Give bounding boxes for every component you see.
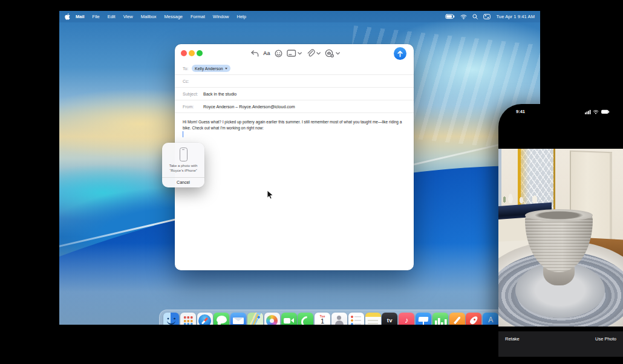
insert-photo-button[interactable]: [325, 49, 340, 58]
cc-field[interactable]: Cc:: [175, 75, 414, 88]
dock-item-facetime[interactable]: [281, 313, 297, 325]
reminders-icon: [348, 313, 364, 325]
dock-item-reminders[interactable]: [348, 313, 364, 325]
dock-item-music[interactable]: ♪: [399, 313, 414, 325]
zoom-button[interactable]: [197, 50, 203, 56]
finder-icon: [163, 313, 179, 325]
continuity-camera-popup: Take a photo with “Royce’s iPhone” Cance…: [162, 143, 204, 187]
photo-pottery-pieces: [502, 192, 548, 203]
subject-label: Subject:: [183, 92, 199, 96]
dock-item-contacts[interactable]: [331, 313, 347, 325]
dock-item-launchpad[interactable]: [180, 313, 196, 325]
emoji-icon[interactable]: [275, 50, 282, 57]
cancel-button[interactable]: Cancel: [162, 178, 204, 187]
menu-item-help[interactable]: Help: [236, 14, 246, 19]
from-field[interactable]: From: Royce Anderson – Royce.Anderson@ic…: [175, 100, 414, 113]
contacts-icon: [331, 313, 347, 325]
dock-item-rocket[interactable]: [466, 313, 481, 325]
message-body[interactable]: Hi Mom! Guess what? I picked up pottery …: [175, 114, 414, 137]
dock-item-finder[interactable]: [163, 313, 179, 325]
window-controls: [181, 50, 203, 56]
menu-item-edit[interactable]: Edit: [108, 14, 116, 19]
battery-icon[interactable]: [445, 14, 455, 19]
wifi-icon[interactable]: [460, 14, 467, 19]
menu-item-mailbox[interactable]: Mailbox: [141, 14, 157, 19]
dock-item-photos[interactable]: [264, 313, 280, 325]
iphone-status-icons: [585, 109, 610, 114]
chevron-down-icon: [336, 52, 340, 55]
calendar-text-1: 1: [321, 318, 324, 325]
photo-pot-rim: [525, 209, 593, 221]
appstore-icon: A: [483, 313, 498, 325]
dock-item-appstore[interactable]: A: [483, 313, 498, 325]
compose-titlebar: Aa: [175, 44, 414, 62]
compose-header-fields: To: Kelly Anderson Cc: Subject: Back in …: [175, 62, 414, 113]
send-arrow-icon: [397, 50, 403, 57]
maps-icon: [247, 313, 263, 325]
dock-item-notes[interactable]: [365, 313, 381, 325]
to-label: To:: [183, 67, 191, 71]
phone-icon: [298, 313, 313, 325]
popup-message-line2: “Royce’s iPhone”: [169, 169, 197, 172]
from-value: Royce Anderson – Royce.Anderson@icloud.c…: [203, 105, 295, 109]
launchpad-icon: [180, 313, 196, 325]
camera-preview: [498, 149, 623, 327]
mail-icon: [230, 313, 246, 325]
dock-item-phone[interactable]: [298, 313, 313, 325]
to-field[interactable]: To: Kelly Anderson: [175, 62, 414, 75]
dock-item-mail[interactable]: [230, 313, 246, 325]
subject-field[interactable]: Subject: Back in the studio: [175, 88, 414, 100]
numbers-icon: [432, 313, 448, 325]
music-icon: ♪: [399, 313, 414, 325]
safari-icon: [197, 313, 213, 325]
dock-item-calendar[interactable]: Tue1: [315, 313, 330, 325]
screen: Mail FileEditViewMailboxMessageFormatWin…: [0, 0, 623, 364]
popup-message-line1: Take a photo with: [169, 164, 198, 167]
menu-item-view[interactable]: View: [123, 14, 133, 19]
apple-menu-icon[interactable]: [65, 13, 70, 20]
control-center-icon[interactable]: [483, 14, 491, 19]
music-glyph: ♪: [399, 313, 414, 325]
chevron-down-icon: [316, 52, 321, 55]
messages-icon: [214, 313, 229, 325]
header-fields-icon: [287, 50, 296, 57]
tv-glyph: tv: [382, 313, 397, 325]
dock-item-numbers[interactable]: [432, 313, 448, 325]
menu-item-window[interactable]: Window: [213, 14, 229, 19]
from-label: From:: [183, 105, 199, 109]
notes-icon: [365, 313, 381, 325]
menu-item-format[interactable]: Format: [191, 14, 205, 19]
attachment-button[interactable]: [306, 49, 321, 57]
header-fields-button[interactable]: [287, 50, 302, 57]
message-body-text: Hi Mom! Guess what? I picked up pottery …: [183, 120, 402, 130]
iphone-icon: [180, 148, 188, 161]
use-photo-button[interactable]: Use Photo: [595, 336, 616, 357]
iphone-clock: 9:41: [516, 109, 525, 114]
mail-compose-window: Aa: [175, 44, 414, 270]
retake-button[interactable]: Retake: [505, 336, 520, 357]
menu-item-file[interactable]: File: [93, 14, 100, 19]
dock-item-pages[interactable]: [449, 313, 465, 325]
undo-icon[interactable]: [250, 50, 259, 57]
tv-icon: tv: [382, 313, 397, 325]
chevron-down-icon: [298, 52, 302, 55]
dock-item-messages[interactable]: [214, 313, 229, 325]
close-button[interactable]: [181, 50, 187, 56]
calendar-icon: Tue1: [315, 313, 330, 325]
dock-item-keynote[interactable]: [416, 313, 431, 325]
camera-action-bar: Retake Use Photo: [498, 331, 623, 357]
dock: Tue1tv♪A↓: [159, 310, 540, 325]
dock-item-tv[interactable]: tv: [382, 313, 397, 325]
compose-toolbar: Aa: [250, 48, 340, 59]
menu-app-name[interactable]: Mail: [76, 14, 85, 19]
recipient-token[interactable]: Kelly Anderson: [192, 65, 230, 73]
dock-item-safari[interactable]: [197, 313, 213, 325]
dock-item-maps[interactable]: [247, 313, 263, 325]
search-icon[interactable]: [472, 14, 478, 19]
attachment-icon: [306, 49, 315, 57]
send-button[interactable]: [394, 47, 406, 60]
menu-bar-clock[interactable]: Tue Apr 1 9:41 AM: [496, 14, 535, 19]
menu-item-message[interactable]: Message: [165, 14, 183, 19]
format-icon[interactable]: Aa: [263, 50, 270, 56]
minimize-button[interactable]: [189, 50, 195, 56]
